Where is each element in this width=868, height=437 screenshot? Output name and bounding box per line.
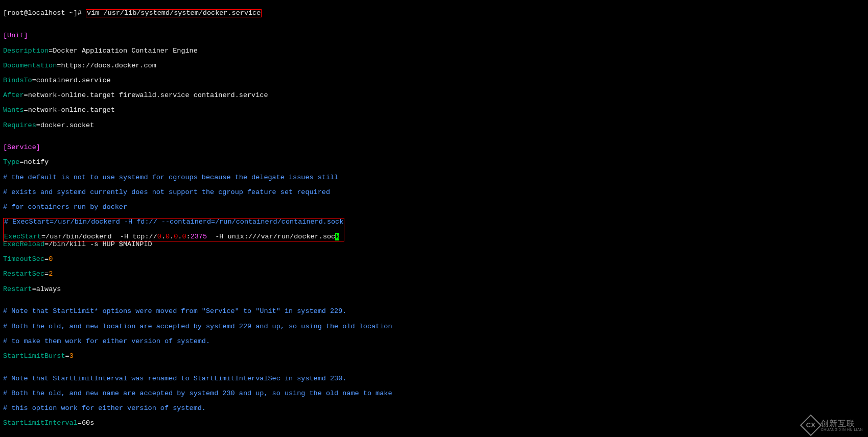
highlighted-command: vim /usr/lib/systemd/system/docker.servi… — [86, 9, 262, 18]
service-type: Type=notify — [3, 159, 865, 166]
section-unit: [Unit] — [3, 32, 865, 40]
comment-line: # the default is not to use systemd for … — [3, 174, 865, 182]
unit-documentation: Documentation=https://docs.docker.com — [3, 62, 865, 70]
comment-line: # for containers run by docker — [3, 204, 865, 211]
restart: Restart=always — [3, 286, 865, 294]
watermark: CX 创新互联 CHUANG XIN HU LIAN — [803, 418, 863, 433]
unit-requires: Requires=docker.socket — [3, 122, 865, 130]
cursor: k — [335, 233, 339, 240]
section-service: [Service] — [3, 144, 865, 152]
unit-description: Description=Docker Application Container… — [3, 47, 865, 55]
comment-line: # Both the old, and new location are acc… — [3, 323, 865, 331]
comment-line: # Note that StartLimitInterval was renam… — [3, 375, 865, 383]
execstart-active: ExecStart=/usr/bin/dockerd -H tcp://0.0.… — [4, 233, 343, 241]
comment-line: # to make them work for either version o… — [3, 338, 865, 346]
terminal-output[interactable]: [root@localhost ~]# vim /usr/lib/systemd… — [0, 0, 868, 437]
comment-line: # Both the old, and new name are accepte… — [3, 390, 865, 398]
comment-line: # Note that StartLimit* options were mov… — [3, 308, 865, 315]
prompt-line: [root@localhost ~]# vim /usr/lib/systemd… — [3, 10, 865, 18]
highlighted-exec-block: # ExecStart=/usr/bin/dockerd -H fd:// --… — [3, 218, 344, 241]
watermark-text: 创新互联 — [820, 420, 863, 428]
startlimitburst: StartLimitBurst=3 — [3, 353, 865, 360]
unit-wants: Wants=network-online.target — [3, 107, 865, 114]
timeoutsec: TimeoutSec=0 — [3, 256, 865, 263]
shell-prompt: [root@localhost ~]# — [3, 9, 86, 17]
watermark-logo-icon: CX — [800, 415, 822, 436]
execreload: ExecReload=/bin/kill -s HUP $MAINPID — [3, 241, 865, 249]
watermark-subtext: CHUANG XIN HU LIAN — [820, 428, 863, 431]
startlimitinterval: StartLimitInterval=60s — [3, 420, 865, 427]
unit-bindsto: BindsTo=containerd.service — [3, 77, 865, 85]
restartsec: RestartSec=2 — [3, 271, 865, 278]
unit-after: After=network-online.target firewalld.se… — [3, 92, 865, 100]
execstart-commented: # ExecStart=/usr/bin/dockerd -H fd:// --… — [4, 218, 343, 226]
comment-line: # this option work for either version of… — [3, 405, 865, 412]
comment-line: # exists and systemd currently does not … — [3, 189, 865, 197]
